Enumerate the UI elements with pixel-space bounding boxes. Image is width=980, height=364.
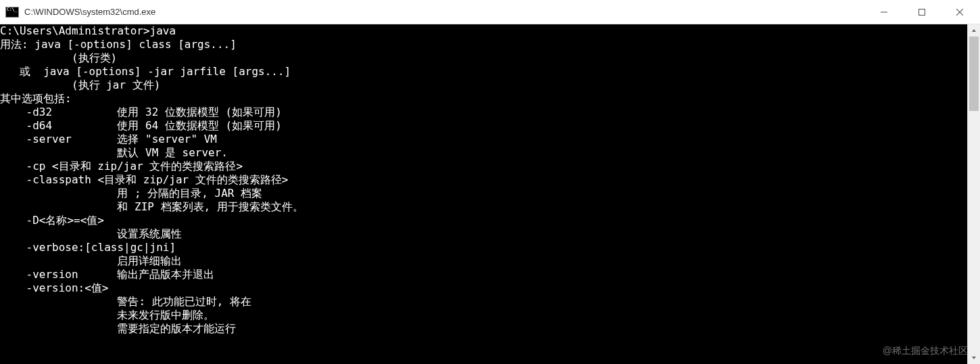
scroll-up-button[interactable] (968, 24, 980, 37)
terminal-line: 需要指定的版本才能运行 (0, 322, 967, 336)
terminal-line: 警告: 此功能已过时, 将在 (0, 295, 967, 309)
client-area: C:\Users\Administrator>java用法: java [-op… (0, 24, 980, 364)
svg-rect-1 (919, 9, 925, 15)
scrollbar-thumb[interactable] (969, 37, 979, 111)
app-window: C:\WINDOWS\system32\cmd.exe C:\Users\Adm… (0, 0, 980, 364)
terminal-line: -version:<值> (0, 281, 967, 295)
terminal-line: -cp <目录和 zip/jar 文件的类搜索路径> (0, 160, 967, 173)
minimize-icon (881, 9, 887, 16)
terminal-line: 其中选项包括: (0, 92, 967, 106)
window-controls (865, 0, 979, 24)
terminal-line: 用 ; 分隔的目录, JAR 档案 (0, 187, 967, 200)
terminal-line: 未来发行版中删除。 (0, 309, 967, 322)
svg-marker-5 (972, 357, 976, 359)
chevron-up-icon (971, 28, 977, 33)
minimize-button[interactable] (865, 0, 903, 24)
terminal-output[interactable]: C:\Users\Administrator>java用法: java [-op… (0, 24, 967, 364)
terminal-line: -version 输出产品版本并退出 (0, 268, 967, 281)
close-button[interactable] (941, 0, 979, 24)
window-title: C:\WINDOWS\system32\cmd.exe (24, 7, 155, 17)
cmd-icon (5, 7, 19, 18)
terminal-line: -classpath <目录和 zip/jar 文件的类搜索路径> (0, 173, 967, 187)
terminal-line: -verbose:[class|gc|jni] (0, 241, 967, 254)
terminal-line: (执行 jar 文件) (0, 78, 967, 92)
terminal-line: 和 ZIP 档案列表, 用于搜索类文件。 (0, 200, 967, 214)
maximize-button[interactable] (903, 0, 941, 24)
titlebar[interactable]: C:\WINDOWS\system32\cmd.exe (0, 0, 980, 24)
terminal-line: 默认 VM 是 server. (0, 146, 967, 160)
terminal-line: -d64 使用 64 位数据模型 (如果可用) (0, 119, 967, 133)
maximize-icon (918, 9, 925, 16)
svg-marker-4 (972, 29, 976, 32)
vertical-scrollbar[interactable] (967, 24, 980, 364)
terminal-line: (执行类) (0, 51, 967, 65)
terminal-line: 或 java [-options] -jar jarfile [args...] (0, 65, 967, 78)
terminal-line: 用法: java [-options] class [args...] (0, 38, 967, 51)
terminal-line: -D<名称>=<值> (0, 214, 967, 227)
terminal-line: -server 选择 "server" VM (0, 133, 967, 146)
terminal-line: 设置系统属性 (0, 227, 967, 241)
scroll-down-button[interactable] (968, 352, 980, 364)
terminal-line: 启用详细输出 (0, 254, 967, 268)
chevron-down-icon (971, 355, 977, 361)
close-icon (956, 9, 963, 16)
terminal-line: -d32 使用 32 位数据模型 (如果可用) (0, 106, 967, 119)
terminal-line: C:\Users\Administrator>java (0, 24, 967, 38)
